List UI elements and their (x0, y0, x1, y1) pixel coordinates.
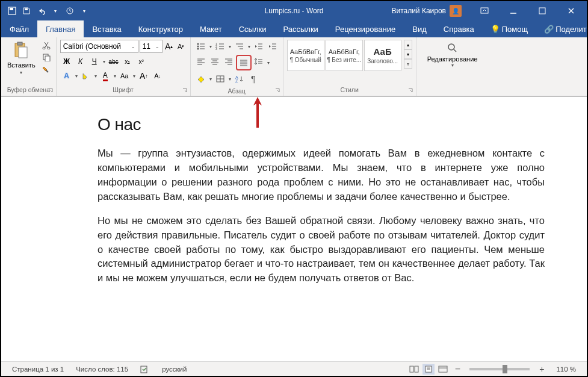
clear-format-grow[interactable]: A↑ (137, 69, 150, 83)
copy-button[interactable] (40, 52, 52, 63)
font-size-input[interactable]: 11⌄ (140, 40, 162, 53)
status-proofing-icon[interactable] (134, 365, 156, 373)
font-launcher-icon[interactable] (182, 87, 188, 93)
multilevel-button[interactable] (233, 40, 246, 53)
grow-font-button[interactable]: A▴ (164, 40, 175, 53)
format-painter-button[interactable] (40, 64, 52, 75)
tab-review[interactable]: Рецензирование (327, 20, 404, 37)
undo-icon[interactable] (35, 5, 47, 17)
tab-help[interactable]: Справка (435, 20, 483, 37)
document-paragraph[interactable]: Мы — группа энтузиастов, одержимых идеей… (97, 146, 545, 204)
numbering-dropdown[interactable]: ▾ (227, 40, 232, 53)
clipboard-icon (11, 41, 31, 60)
font-color-dropdown[interactable]: ▾ (113, 69, 117, 83)
italic-button[interactable]: К (74, 55, 87, 68)
clipboard-launcher-icon[interactable] (48, 87, 54, 93)
subscript-button[interactable]: x₂ (121, 55, 134, 68)
borders-button[interactable] (214, 72, 227, 86)
qat-customize[interactable]: ▾ (78, 5, 90, 17)
change-case-button[interactable]: Aa (118, 69, 131, 83)
tab-share[interactable]: 🔗Поделиться (536, 20, 588, 37)
tab-home[interactable]: Главная (37, 20, 84, 37)
style-normal[interactable]: АаБбВвГг,¶ Обычный (287, 40, 324, 71)
save-icon[interactable] (20, 5, 32, 17)
styles-launcher-icon[interactable] (407, 87, 413, 93)
highlight-dropdown[interactable]: ▾ (93, 69, 98, 83)
bold-button[interactable]: Ж (60, 55, 73, 68)
status-words[interactable]: Число слов: 115 (70, 366, 134, 373)
close-icon[interactable] (558, 1, 584, 20)
strikethrough-button[interactable]: abc (107, 55, 120, 68)
svg-point-16 (197, 46, 199, 48)
bullets-dropdown[interactable]: ▾ (208, 40, 213, 53)
autosave-icon[interactable] (6, 5, 18, 17)
underline-button[interactable]: Ч (88, 55, 101, 68)
case-dropdown[interactable]: ▾ (132, 69, 137, 83)
editing-button[interactable]: Редактирование ▾ (420, 40, 485, 70)
tab-references[interactable]: Ссылки (231, 20, 275, 37)
superscript-button[interactable]: x² (135, 55, 148, 68)
zoom-slider[interactable] (469, 368, 530, 370)
text-effects-dropdown[interactable]: ▾ (74, 69, 79, 83)
cut-button[interactable] (40, 40, 52, 51)
status-page[interactable]: Страница 1 из 1 (6, 366, 70, 373)
justify-button[interactable] (236, 55, 252, 70)
tab-layout[interactable]: Макет (191, 20, 231, 37)
document-paragraph[interactable]: Но мы не сможем это сделать без Вашей об… (97, 214, 545, 286)
borders-icon (215, 75, 225, 83)
multilevel-icon (235, 42, 244, 51)
shading-dropdown[interactable]: ▾ (208, 72, 213, 86)
style-name: ¶ Без инте... (327, 57, 361, 63)
view-print-icon[interactable] (422, 364, 435, 375)
tab-view[interactable]: Вид (404, 20, 435, 37)
style-heading[interactable]: АаБЗаголово... (364, 40, 401, 71)
styles-down-icon[interactable]: ▾ (404, 49, 412, 59)
font-color-button[interactable]: A (99, 69, 112, 83)
bullets-button[interactable] (194, 40, 208, 53)
tab-mailings[interactable]: Рассылки (274, 20, 326, 37)
tab-insert[interactable]: Вставка (84, 20, 129, 37)
clear-format-shrink[interactable]: A↓ (151, 69, 164, 83)
underline-dropdown[interactable]: ▾ (102, 55, 107, 68)
show-marks-button[interactable]: ¶ (247, 72, 260, 86)
borders-dropdown[interactable]: ▾ (227, 72, 232, 86)
view-web-icon[interactable] (437, 364, 449, 375)
zoom-level[interactable]: 110 % (550, 366, 582, 373)
decrease-indent-button[interactable] (252, 40, 265, 53)
status-language[interactable]: русский (156, 366, 193, 373)
align-right-button[interactable] (222, 55, 235, 68)
style-nospacing[interactable]: АаБбВвГг,¶ Без инте... (326, 40, 363, 71)
paste-button[interactable]: Вставить ▾ (5, 40, 38, 76)
align-left-button[interactable] (194, 55, 208, 68)
document-heading[interactable]: О нас (97, 115, 545, 134)
spacing-dropdown[interactable]: ▾ (266, 55, 271, 70)
font-name-input[interactable]: Calibri (Основной⌄ (60, 40, 138, 53)
shrink-font-button[interactable]: A▾ (176, 40, 187, 53)
tellme-label: Помощ (502, 25, 528, 34)
undo-dropdown[interactable]: ▾ (49, 5, 61, 17)
zoom-thumb[interactable] (503, 365, 507, 373)
ribbon-display-icon[interactable] (471, 1, 498, 20)
zoom-in-button[interactable]: + (536, 364, 548, 375)
multilevel-dropdown[interactable]: ▾ (247, 40, 252, 53)
tab-design[interactable]: Конструктор (130, 20, 191, 37)
view-read-icon[interactable] (408, 364, 420, 375)
styles-more-icon[interactable]: ▿ (404, 59, 412, 69)
minimize-icon[interactable] (500, 1, 527, 20)
numbering-button[interactable]: 123 (214, 40, 227, 53)
align-center-button[interactable] (208, 55, 221, 68)
styles-up-icon[interactable]: ▴ (404, 40, 412, 49)
zoom-out-button[interactable]: − (451, 364, 463, 375)
text-effects-button[interactable]: A (60, 69, 73, 83)
line-spacing-button[interactable] (252, 55, 265, 68)
paragraph-launcher-icon[interactable] (274, 87, 280, 93)
shading-button[interactable] (194, 72, 208, 86)
sort-button[interactable]: AZ (233, 72, 246, 86)
tab-file[interactable]: Файл (1, 20, 37, 37)
tab-tellme[interactable]: 💡Помощ (483, 20, 536, 37)
maximize-icon[interactable] (529, 1, 556, 20)
increase-indent-button[interactable] (266, 40, 279, 53)
highlight-button[interactable] (79, 69, 93, 83)
redo-icon[interactable] (64, 5, 76, 17)
user-account[interactable]: Виталий Каиров 👤 (391, 5, 462, 17)
